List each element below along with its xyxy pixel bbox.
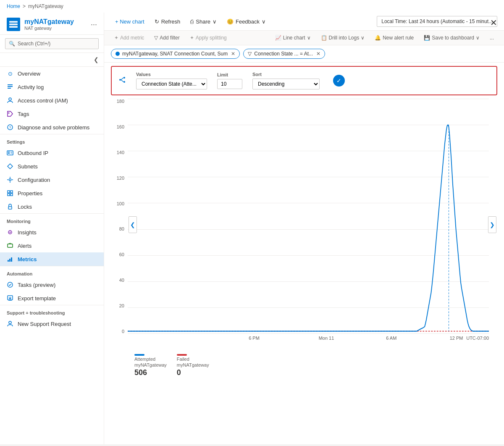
line-chart-icon: 📈: [275, 35, 281, 41]
svg-rect-17: [10, 191, 13, 193]
svg-rect-20: [8, 207, 12, 209]
alerts-icon: [7, 242, 13, 249]
sort-select[interactable]: Descending: [252, 79, 320, 89]
svg-point-7: [9, 98, 11, 100]
sidebar-item-locks[interactable]: Locks: [0, 200, 104, 213]
tasks-icon: [7, 281, 13, 288]
limit-input[interactable]: [217, 79, 242, 89]
chart-x-axis: 6 PM Mon 11 6 AM 12 PM UTC-07:00: [128, 334, 489, 351]
nat-gateway-icon: [7, 18, 20, 31]
y-label-120: 120: [117, 176, 124, 181]
time-range-button[interactable]: Local Time: Last 24 hours (Automatic - 1…: [377, 16, 497, 27]
search-input[interactable]: 🔍 Search (Ctrl+/): [5, 38, 99, 49]
legend-attempted: Attempted myNATgateway 506: [134, 354, 167, 377]
sidebar-item-activity-log[interactable]: Activity log: [0, 80, 104, 94]
main-content: ✕ + New chart ↻ Refresh ⎙ Share ∨ 😊 Feed…: [104, 13, 504, 444]
save-to-dashboard-button[interactable]: 💾 Save to dashboard ∨: [420, 33, 483, 42]
new-chart-button[interactable]: + New chart: [111, 16, 149, 27]
chart-y-axis: 180 160 140 120 100 80 60 40 20 0: [111, 99, 128, 334]
sidebar-item-support[interactable]: New Support Request: [0, 317, 104, 331]
close-button[interactable]: ✕: [490, 18, 497, 28]
search-icon: 🔍: [9, 41, 15, 47]
new-alert-rule-button[interactable]: 🔔 New alert rule: [371, 33, 417, 42]
breadcrumb-home[interactable]: Home: [7, 3, 20, 9]
svg-point-33: [123, 77, 125, 79]
drill-into-logs-button[interactable]: 📋 Drill into Logs ∨: [318, 33, 368, 42]
y-label-20: 20: [119, 303, 124, 308]
svg-rect-13: [8, 153, 10, 154]
sidebar-item-outbound-ip[interactable]: Outbound IP: [0, 146, 104, 160]
export-icon: [7, 295, 13, 302]
sidebar-item-diagnose[interactable]: ? Diagnose and solve problems: [0, 121, 104, 134]
sidebar-item-alerts[interactable]: Alerts: [0, 239, 104, 252]
sidebar-item-label: Subnets: [18, 163, 38, 170]
y-label-140: 140: [117, 150, 124, 155]
sidebar-item-configuration[interactable]: Configuration: [0, 173, 104, 186]
header-more-button[interactable]: ···: [91, 20, 97, 29]
sidebar-item-export[interactable]: Export template: [0, 291, 104, 305]
sidebar-item-label: Properties: [18, 190, 42, 197]
sort-label: Sort: [252, 72, 320, 77]
limit-field: Limit: [217, 72, 242, 89]
line-chart-button[interactable]: 📈 Line chart ∨: [272, 33, 314, 42]
save-dashboard-icon: 💾: [424, 35, 430, 41]
metrics-icon: [7, 256, 13, 262]
sidebar-item-tags[interactable]: Tags: [0, 107, 104, 121]
sidebar-nav: ⊙ Overview Activity log Access control (…: [0, 67, 104, 444]
sidebar-item-properties[interactable]: Properties: [0, 186, 104, 200]
sidebar-item-metrics[interactable]: Metrics: [0, 252, 104, 266]
apply-splitting-label: Apply splitting: [196, 35, 227, 41]
apply-splitting-button[interactable]: ✦ Apply splitting: [186, 33, 230, 42]
drill-logs-label: Drill into Logs: [329, 35, 360, 41]
svg-rect-12: [8, 152, 10, 152]
y-label-100: 100: [117, 201, 124, 206]
save-dashboard-label: Save to dashboard: [432, 35, 474, 41]
refresh-icon: ↻: [155, 18, 159, 25]
refresh-button[interactable]: ↻ Refresh: [150, 16, 185, 27]
sidebar-item-label: Access control (IAM): [18, 97, 68, 104]
chart-nav-left[interactable]: ❮: [129, 216, 137, 233]
line-chart-label: Line chart: [283, 35, 305, 41]
utc-label: UTC-07:00: [466, 336, 489, 341]
sidebar-item-overview[interactable]: ⊙ Overview: [0, 67, 104, 80]
y-label-80: 80: [119, 226, 124, 231]
chart-inner: [128, 99, 489, 334]
sidebar: myNATgateway NAT gateway ··· 🔍 Search (C…: [0, 13, 104, 444]
add-metric-label: Add metric: [120, 35, 144, 41]
splitting-icon: [118, 76, 126, 86]
sidebar-item-label: Diagnose and solve problems: [18, 124, 89, 131]
x-label-12pm: 12 PM: [450, 336, 463, 341]
share-chevron-icon: ∨: [213, 18, 217, 25]
add-filter-button[interactable]: ▽ Add filter: [151, 33, 183, 42]
chart-area: 180 160 140 120 100 80 60 40 20 0: [111, 99, 497, 351]
split-confirm-button[interactable]: ✓: [333, 75, 345, 87]
sidebar-item-iam[interactable]: Access control (IAM): [0, 94, 104, 107]
filter-tag-close[interactable]: ✕: [316, 51, 320, 57]
limit-label: Limit: [217, 72, 242, 77]
svg-rect-18: [8, 194, 10, 196]
chart-legend: Attempted myNATgateway 506 Failed myNATg…: [111, 351, 497, 380]
support-icon: [7, 320, 13, 327]
alert-rule-icon: 🔔: [375, 35, 381, 41]
section-automation: Automation: [0, 266, 104, 278]
overview-icon: ⊙: [7, 70, 13, 77]
feedback-button[interactable]: 😊 Feedback ∨: [223, 16, 270, 27]
x-label-6pm: 6 PM: [249, 336, 260, 341]
sidebar-item-subnets[interactable]: Subnets: [0, 160, 104, 173]
metric-tag-icon: [116, 52, 120, 56]
metric-tag-close[interactable]: ✕: [231, 51, 235, 57]
metrics-more-button[interactable]: ...: [486, 33, 497, 42]
sidebar-collapse-button[interactable]: ❮: [94, 56, 99, 63]
sidebar-item-insights[interactable]: Insights: [0, 226, 104, 239]
add-metric-button[interactable]: ✦ Add metric: [111, 33, 147, 42]
legend-failed: Failed myNATgateway 0: [177, 354, 209, 377]
chart-nav-right[interactable]: ❯: [488, 216, 496, 233]
share-button[interactable]: ⎙ Share ∨: [186, 16, 221, 27]
svg-rect-3: [9, 26, 18, 28]
add-filter-label: Add filter: [160, 35, 179, 41]
y-label-0: 0: [122, 329, 124, 334]
chart-svg: [128, 99, 489, 333]
sidebar-item-label: Locks: [18, 204, 32, 210]
sidebar-item-tasks[interactable]: Tasks (preview): [0, 278, 104, 291]
values-select[interactable]: Connection State (Atte...: [136, 79, 207, 89]
